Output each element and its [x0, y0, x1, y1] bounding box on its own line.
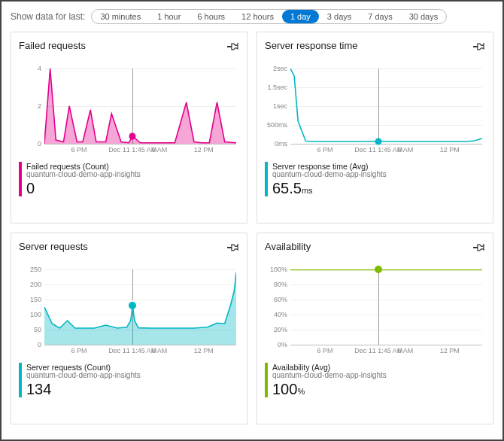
metric-source: quantum-cloud-demo-app-insights — [26, 371, 141, 379]
card-title-response: Server response time — [265, 40, 358, 51]
pill-30-minutes[interactable]: 30 minutes — [92, 10, 149, 23]
ytick: 50 — [34, 326, 41, 333]
ytick: 150 — [30, 296, 41, 303]
xtick-cursor: Dec 11 1:45 AM — [108, 146, 156, 154]
plot-area-requests — [44, 269, 236, 345]
chart-response[interactable]: 2sec 1.5sec 1sec 500ms 0ms 6 PM — [265, 68, 485, 160]
card-failed-requests[interactable]: Failed requests 4 2 0 — [11, 32, 247, 224]
xtick: 12 PM — [194, 347, 214, 354]
chart-grid: Failed requests 4 2 0 — [11, 32, 493, 424]
ytick: 80% — [274, 281, 287, 288]
xaxis: 6 PM Dec 11 1:45 AM 6 AM 12 PM — [290, 345, 482, 360]
chart-availability[interactable]: 100% 80% 60% 40% 20% 0% — [265, 269, 485, 361]
ytick: 0 — [38, 140, 41, 148]
ytick: 1sec — [273, 102, 287, 110]
metric-color-bar — [265, 363, 268, 397]
pill-1-hour[interactable]: 1 hour — [149, 10, 189, 23]
xaxis: 6 PM Dec 11 1:45 AM 6 AM 12 PM — [44, 144, 236, 160]
ytick: 60% — [274, 296, 287, 303]
ytick: 2 — [38, 102, 41, 110]
pill-3-days[interactable]: 3 days — [319, 10, 360, 23]
card-title-availability: Availability — [265, 241, 311, 252]
ytick: 2sec — [273, 65, 287, 72]
metric-value: 65.5ms — [272, 180, 387, 196]
yaxis-availability: 100% 80% 60% 40% 20% 0% — [265, 269, 289, 345]
xtick: 6 PM — [317, 347, 332, 354]
metric-color-bar — [19, 162, 22, 196]
xtick: 6 PM — [317, 146, 332, 154]
card-server-requests[interactable]: Server requests 250 200 150 100 50 0 — [11, 233, 247, 424]
xaxis: 6 PM Dec 11 1:45 AM 6 AM 12 PM — [290, 144, 482, 160]
ytick: 0 — [38, 341, 41, 348]
ytick: 40% — [274, 311, 287, 318]
metric-requests: Server requests (Count) quantum-cloud-de… — [19, 363, 239, 397]
xtick: 12 PM — [440, 146, 460, 154]
metric-availability: Availability (Avg) quantum-cloud-demo-ap… — [265, 363, 485, 397]
xtick: 6 PM — [71, 347, 87, 354]
card-server-response-time[interactable]: Server response time 2sec 1.5sec 1sec 50… — [257, 32, 493, 224]
pill-7-days[interactable]: 7 days — [360, 10, 400, 23]
xaxis: 6 PM Dec 11 1:45 AM 6 AM 12 PM — [44, 345, 236, 360]
ytick: 500ms — [267, 121, 287, 129]
pill-1-day[interactable]: 1 day — [282, 10, 319, 23]
xtick: 6 PM — [71, 146, 87, 154]
ytick: 200 — [30, 281, 41, 288]
xtick-cursor: Dec 11 1:45 AM — [354, 347, 402, 354]
metric-color-bar — [265, 162, 268, 196]
card-availability[interactable]: Availability 100% 80% 60% 40% 20% 0% — [257, 233, 493, 424]
plot-area-response — [290, 68, 482, 144]
chart-failed[interactable]: 4 2 0 6 PM Dec 11 1:45 AM 6 AM 12 PM — [19, 68, 239, 160]
card-title-failed: Failed requests — [19, 40, 86, 51]
xtick-cursor: Dec 11 1:45 AM — [108, 347, 156, 354]
metric-value: 134 — [26, 381, 141, 397]
chart-requests[interactable]: 250 200 150 100 50 0 — [19, 269, 239, 361]
time-range-pillbar: 30 minutes 1 hour 6 hours 12 hours 1 day… — [91, 9, 447, 24]
ytick: 100% — [270, 266, 287, 273]
ytick: 20% — [274, 326, 287, 333]
pill-30-days[interactable]: 30 days — [401, 10, 447, 23]
xtick: 6 AM — [398, 146, 414, 154]
time-range-label: Show data for last: — [11, 11, 85, 22]
pin-icon[interactable] — [227, 40, 239, 55]
time-range-row: Show data for last: 30 minutes 1 hour 6 … — [11, 9, 493, 24]
ytick: 4 — [38, 65, 41, 72]
pill-12-hours[interactable]: 12 hours — [233, 10, 282, 23]
ytick: 1.5sec — [267, 84, 287, 91]
xtick: 6 AM — [398, 347, 414, 354]
metric-failed: Failed requests (Count) quantum-cloud-de… — [19, 162, 239, 196]
plot-area-availability — [290, 269, 482, 345]
ytick: 0ms — [275, 140, 287, 148]
pin-icon[interactable] — [473, 40, 485, 55]
metric-color-bar — [19, 363, 22, 397]
metric-response: Server response time (Avg) quantum-cloud… — [265, 162, 485, 196]
metric-value: 0 — [26, 180, 141, 196]
xtick: 6 AM — [152, 146, 168, 154]
metric-source: quantum-cloud-demo-app-insights — [272, 371, 387, 379]
card-title-requests: Server requests — [19, 241, 88, 252]
xtick-cursor: Dec 11 1:45 AM — [354, 146, 402, 154]
xtick: 12 PM — [194, 146, 214, 154]
yaxis-response: 2sec 1.5sec 1sec 500ms 0ms — [265, 68, 289, 144]
plot-area-failed — [44, 68, 236, 144]
pin-icon[interactable] — [227, 241, 239, 256]
metric-source: quantum-cloud-demo-app-insights — [26, 170, 141, 178]
yaxis-failed: 4 2 0 — [19, 68, 43, 144]
metric-source: quantum-cloud-demo-app-insights — [272, 170, 387, 178]
ytick: 250 — [30, 266, 41, 273]
ytick: 100 — [30, 311, 41, 318]
ytick: 0% — [278, 341, 287, 348]
pin-icon[interactable] — [473, 241, 485, 256]
metric-value: 100% — [272, 381, 387, 397]
xtick: 6 AM — [152, 347, 168, 354]
pill-6-hours[interactable]: 6 hours — [189, 10, 233, 23]
xtick: 12 PM — [440, 347, 460, 354]
yaxis-requests: 250 200 150 100 50 0 — [19, 269, 43, 345]
